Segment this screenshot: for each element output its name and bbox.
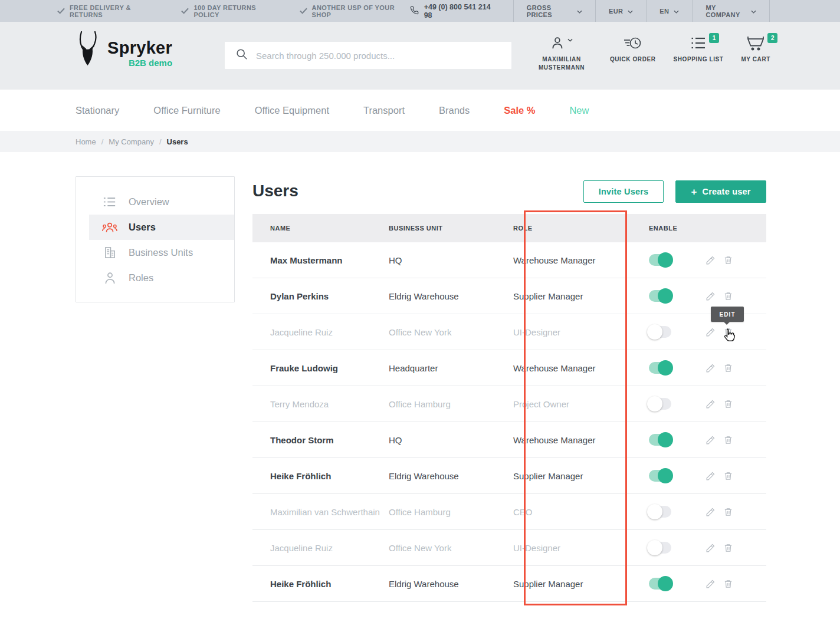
enable-toggle[interactable] <box>649 506 671 518</box>
edit-icon[interactable] <box>706 543 716 553</box>
breadcrumb-item-home[interactable]: Home <box>76 137 96 146</box>
check-icon <box>57 8 65 14</box>
sidebar-item-users[interactable]: Users <box>89 215 234 240</box>
edit-tooltip: EDIT <box>711 307 744 322</box>
usp-label: 100 DAY RETURNS POLICY <box>193 4 278 18</box>
row-actions <box>706 507 733 517</box>
sidebar-item-label: Users <box>129 222 156 233</box>
nav-item-sale[interactable]: Sale % <box>504 105 535 116</box>
toggle-knob <box>658 432 673 447</box>
nav-item-stationary[interactable]: Stationary <box>76 105 119 116</box>
topbar-menu-label: EN <box>659 8 669 15</box>
table-header-row: NAME BUSINESS UNIT ROLE ENABLE <box>252 214 766 242</box>
user-name-cell: Max Mustermann <box>252 255 389 265</box>
search-input[interactable] <box>256 51 511 61</box>
enable-toggle[interactable] <box>649 398 671 410</box>
edit-icon[interactable] <box>706 399 716 409</box>
business-unit-cell: HQ <box>389 435 513 445</box>
topbar-menu-eur[interactable]: EUR <box>595 0 646 22</box>
enable-toggle[interactable] <box>649 470 671 482</box>
breadcrumb-item-my-company[interactable]: My Company <box>109 137 154 146</box>
row-actions <box>706 435 733 445</box>
phone-contact[interactable]: +49 (0) 800 541 214 98 <box>410 0 513 22</box>
role-cell: Supplier Manager <box>513 579 649 589</box>
enable-toggle[interactable] <box>649 254 671 266</box>
invite-users-button[interactable]: Invite Users <box>583 180 664 203</box>
enable-toggle[interactable] <box>649 290 671 302</box>
delete-icon[interactable] <box>723 471 733 481</box>
topbar-menu-my-company[interactable]: MY COMPANY <box>692 0 769 22</box>
delete-icon[interactable] <box>723 291 733 301</box>
check-icon <box>300 8 307 14</box>
enable-toggle[interactable] <box>649 434 671 446</box>
table-row: Frauke LudowigHeadquarterWarehouse Manag… <box>252 350 766 386</box>
sidebar-item-label: Overview <box>129 196 169 208</box>
edit-icon[interactable] <box>706 471 716 481</box>
user-name-cell: Theodor Storm <box>252 435 389 445</box>
nav-item-transport[interactable]: Transport <box>363 105 405 116</box>
table-body: Max MustermannHQWarehouse ManagerDylan P… <box>252 242 766 602</box>
enable-toggle[interactable] <box>649 326 671 338</box>
user-name-cell: Terry Mendoza <box>252 399 389 409</box>
user-name-cell: Jacqueline Ruiz <box>252 327 389 337</box>
edit-icon[interactable] <box>706 507 716 517</box>
nav-item-office-equipment[interactable]: Office Equipment <box>255 105 329 116</box>
user-name-cell: Heike Fröhlich <box>252 579 389 589</box>
spryker-logo[interactable]: Spryker B2B demo <box>74 31 172 70</box>
topbar-menu-label: MY COMPANY <box>706 4 746 18</box>
enable-toggle[interactable] <box>649 542 671 554</box>
enable-toggle[interactable] <box>649 578 671 590</box>
role-cell: Warehouse Manager <box>513 363 649 373</box>
sidebar-item-label: Business Units <box>129 247 193 258</box>
sidebar-item-business-units[interactable]: Business Units <box>76 240 234 265</box>
enable-cell <box>649 326 766 338</box>
person-icon <box>102 272 117 284</box>
edit-icon[interactable] <box>706 579 716 589</box>
topbar-menu-en[interactable]: EN <box>646 0 692 22</box>
my-cart[interactable]: 2 MY CART <box>741 35 770 72</box>
user-name-cell: Heike Fröhlich <box>252 471 389 481</box>
enable-cell <box>649 470 766 482</box>
topbar-menu-gross-prices[interactable]: GROSS PRICES <box>513 0 595 22</box>
topbar-menus: GROSS PRICESEURENMY COMPANY <box>513 0 769 22</box>
list-icon <box>102 196 117 208</box>
delete-icon[interactable] <box>723 399 733 409</box>
business-unit-cell: Eldrig Warehouse <box>389 291 513 301</box>
nav-item-office-furniture[interactable]: Office Furniture <box>153 105 220 116</box>
delete-icon[interactable] <box>723 543 733 553</box>
create-user-button[interactable]: + Create user <box>675 180 766 203</box>
sidebar-item-overview[interactable]: Overview <box>76 189 234 215</box>
edit-icon[interactable] <box>706 363 716 373</box>
delete-icon[interactable] <box>723 255 733 265</box>
sidebar-item-roles[interactable]: Roles <box>76 265 234 291</box>
role-cell: Project Owner <box>513 399 649 409</box>
delete-icon[interactable] <box>723 507 733 517</box>
edit-icon[interactable] <box>706 435 716 445</box>
toggle-knob <box>647 540 662 555</box>
row-actions <box>706 363 733 373</box>
role-cell: Supplier Manager <box>513 291 649 301</box>
enable-cell <box>649 290 766 302</box>
quick-order[interactable]: QUICK ORDER <box>610 35 656 72</box>
delete-icon[interactable] <box>723 363 733 373</box>
search-bar <box>225 42 511 69</box>
edit-tooltip-label: EDIT <box>719 311 735 318</box>
toggle-knob <box>658 252 673 268</box>
edit-icon[interactable] <box>706 291 716 301</box>
enable-toggle[interactable] <box>649 362 671 374</box>
account-menu[interactable]: MAXIMILIAN MUSTERMANN <box>531 35 592 72</box>
user-name-cell: Jacqueline Ruiz <box>252 543 389 553</box>
nav-item-new[interactable]: New <box>569 105 589 116</box>
nav-item-brands[interactable]: Brands <box>439 105 470 116</box>
edit-icon[interactable] <box>706 255 716 265</box>
toggle-knob <box>658 576 673 591</box>
delete-icon[interactable] <box>723 579 733 589</box>
edit-icon[interactable] <box>706 327 716 337</box>
usp-item: FREE DELIVERY & RETURNS <box>57 4 160 18</box>
shopping-list[interactable]: 1 SHOPPING LIST <box>673 35 723 72</box>
delete-icon[interactable] <box>723 435 733 445</box>
account-label: MAXIMILIAN MUSTERMANN <box>531 55 592 72</box>
business-unit-cell: HQ <box>389 255 513 265</box>
business-unit-cell: Eldrig Warehouse <box>389 579 513 589</box>
role-cell: Warehouse Manager <box>513 435 649 445</box>
